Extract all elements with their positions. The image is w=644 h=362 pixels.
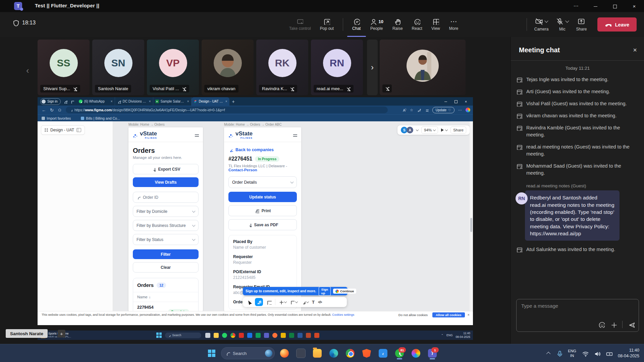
tray-mic-icon[interactable] xyxy=(556,350,562,357)
tab-close-icon[interactable]: × xyxy=(149,100,151,103)
battery-icon[interactable] xyxy=(606,350,612,357)
mic-options-chevron-icon[interactable] xyxy=(566,19,569,22)
taskbar-file-explorer-icon[interactable] xyxy=(311,347,324,360)
chat-input-box[interactable] xyxy=(516,299,639,332)
figma-frame-orders[interactable]: vStateFILINGS Orders Manage all your ord… xyxy=(128,127,203,311)
refresh-icon[interactable]: ↻ xyxy=(50,108,54,113)
taskbar-colorful-app-icon[interactable] xyxy=(409,347,423,360)
participant-tile[interactable]: RN read.ai mee... xyxy=(311,40,363,95)
comment-tool-icon[interactable] xyxy=(266,299,272,305)
vertical-tabs-icon[interactable] xyxy=(70,100,74,104)
taskbar-app-icon[interactable] xyxy=(294,347,308,360)
view-button[interactable]: View xyxy=(431,12,440,37)
cookie-close-icon[interactable]: × xyxy=(468,313,470,317)
chat-message[interactable]: RN Redberyl and Santosh added read.ai me… xyxy=(525,190,639,241)
copilot-icon[interactable] xyxy=(466,108,470,112)
hand-tool-icon[interactable] xyxy=(255,298,263,306)
pop-out-button[interactable]: Pop out xyxy=(320,12,334,37)
app-options-icon[interactable]: ⋯ xyxy=(566,3,586,9)
participant-tile[interactable]: SS Shivani Sup... xyxy=(38,40,90,95)
column-header-name[interactable]: Name↓ xyxy=(133,292,198,302)
shared-taskbar-icon[interactable] xyxy=(222,333,227,338)
share-button[interactable]: Share xyxy=(576,12,587,37)
favorites-bar-icon[interactable] xyxy=(425,108,429,112)
read-aloud-icon[interactable]: A) xyxy=(403,108,406,112)
shared-taskbar-icon[interactable] xyxy=(314,333,319,338)
taskbar-brave-icon[interactable] xyxy=(360,347,373,360)
figma-scrollbar[interactable] xyxy=(470,121,473,311)
tab-search-icon[interactable] xyxy=(63,100,67,104)
view-drafts-button[interactable]: View Drafts xyxy=(133,177,199,187)
google-continue-button[interactable]: Continue xyxy=(333,289,356,294)
browser-menu-icon[interactable]: ⋯ xyxy=(458,108,462,112)
spotlight-tile[interactable] xyxy=(380,40,466,95)
chat-close-icon[interactable]: × xyxy=(633,46,637,54)
taskbar-clock[interactable]: 11:4008-04-2025 xyxy=(618,348,639,359)
participant-tile[interactable]: vikram chavan xyxy=(202,40,254,95)
browser-tab-figma[interactable]: Design - UAT – Figma × xyxy=(192,97,229,106)
tab-close-icon[interactable]: × xyxy=(225,100,227,103)
clear-button[interactable]: Clear xyxy=(133,262,199,273)
taskbar-firefox-icon[interactable] xyxy=(278,347,291,360)
update-status-button[interactable]: Update status xyxy=(228,192,297,202)
browser-minimize-button[interactable] xyxy=(441,100,451,104)
deny-cookies-link[interactable]: Do not allow cookies xyxy=(398,313,428,317)
order-id-search-input[interactable]: Order ID xyxy=(133,192,199,203)
shared-taskbar-icon[interactable] xyxy=(272,333,277,338)
wifi-icon[interactable] xyxy=(582,350,588,357)
shared-taskbar-icon[interactable] xyxy=(239,333,244,338)
address-bar[interactable]: https://www.figma.com/design/9BKQ0FOHRWa… xyxy=(66,107,388,113)
raise-hand-button[interactable]: Raise xyxy=(392,12,403,37)
chat-button[interactable]: Chat xyxy=(352,12,361,37)
browser-tab-dc-divisions[interactable]: DC Divisions and Surroundings × xyxy=(115,97,153,106)
figma-canvas[interactable]: Mobile: Home → Orders Mobile: Home → Ord… xyxy=(113,121,473,311)
camera-options-chevron-icon[interactable] xyxy=(544,19,548,22)
chevron-down-icon[interactable] xyxy=(416,128,419,131)
taskbar-vscode-icon[interactable]: ‹ xyxy=(376,347,390,360)
export-csv-button[interactable]: Export CSV xyxy=(133,164,199,174)
scroll-left-icon[interactable]: ‹ xyxy=(26,65,29,76)
browser-close-button[interactable]: × xyxy=(461,100,471,104)
chat-input[interactable] xyxy=(521,303,633,309)
language-indicator[interactable]: ENGIN xyxy=(568,349,576,358)
start-button[interactable] xyxy=(205,347,218,360)
browser-signin-chip[interactable]: Sign in xyxy=(40,98,61,105)
taskbar-search[interactable]: Search xyxy=(221,347,275,359)
shared-taskbar-icon[interactable] xyxy=(230,333,235,338)
order-row[interactable]: 2279454TL Flex Holdings LLC Complete › xyxy=(133,302,198,311)
figma-file-chip[interactable]: Design - UAT xyxy=(41,125,85,135)
filter-business-structure-dropdown[interactable]: Filter by Business Structure xyxy=(133,220,199,231)
scrollbar-thumb[interactable] xyxy=(470,218,472,232)
figma-frame-order-detail[interactable]: vStateFILINGS Back to companies #2276451 xyxy=(224,127,301,311)
speaker-icon[interactable] xyxy=(594,350,600,357)
browser-update-button[interactable]: Update ♡ xyxy=(432,107,454,113)
camera-button[interactable]: Camera xyxy=(534,12,549,37)
print-button[interactable]: Print xyxy=(228,205,297,216)
present-button[interactable] xyxy=(441,128,447,132)
shared-taskbar-icon[interactable] xyxy=(306,333,311,338)
shared-taskbar-icon[interactable] xyxy=(264,333,269,338)
shared-taskbar-icon[interactable] xyxy=(256,333,261,338)
filter-status-dropdown[interactable]: Filter by Status xyxy=(133,234,199,245)
text-tool-icon[interactable]: T xyxy=(312,300,315,305)
save-as-pdf-button[interactable]: Save as PDF xyxy=(228,219,297,230)
shared-system-tray[interactable]: ⌃ ENG 11:4008-04-2025 xyxy=(441,331,470,339)
browser-tab-whatsapp[interactable]: (6) WhatsApp × xyxy=(77,97,115,106)
tray-expand-icon[interactable] xyxy=(546,352,551,356)
shared-taskbar-icon[interactable] xyxy=(298,333,303,338)
shared-taskbar-icon[interactable] xyxy=(214,333,219,338)
extensions-icon[interactable] xyxy=(417,108,421,112)
favorite-star-icon[interactable]: ☆ xyxy=(410,108,413,112)
participant-tile[interactable]: SN Santosh Narate xyxy=(92,40,144,95)
contact-person-link[interactable]: Contact-Person xyxy=(228,168,257,172)
send-icon[interactable] xyxy=(628,321,635,328)
taskbar-chrome-icon[interactable] xyxy=(343,347,357,360)
browser-restore-button[interactable] xyxy=(451,100,461,104)
collaborator-avatar[interactable]: A xyxy=(407,127,413,133)
taskbar-edge-icon[interactable] xyxy=(327,347,340,360)
frame-breadcrumb[interactable]: Mobile: Home → Orders → Order ABC xyxy=(224,123,282,126)
filter-button[interactable]: Filter xyxy=(133,249,199,259)
move-tool-icon[interactable] xyxy=(246,299,252,305)
react-button[interactable]: React xyxy=(412,12,422,37)
tab-close-icon[interactable]: × xyxy=(187,100,189,103)
